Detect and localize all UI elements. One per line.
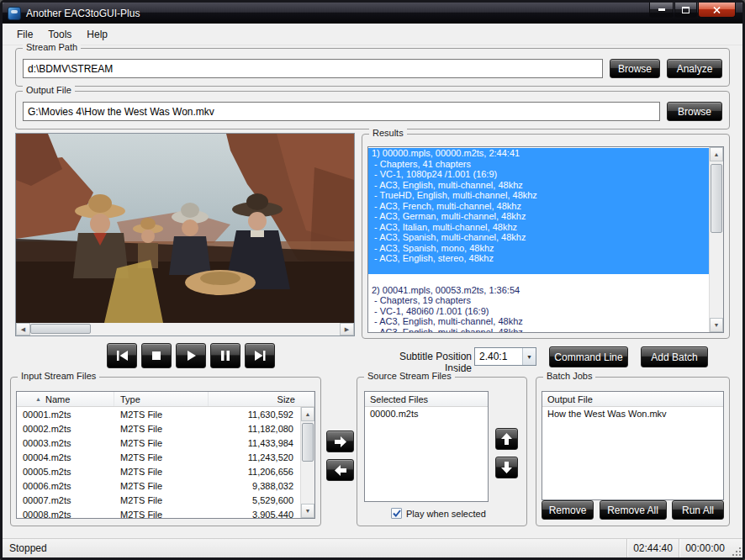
result-line[interactable]: - AC3, English, multi-channel, 48khz	[368, 327, 709, 334]
scroll-up-icon[interactable]: ▲	[710, 147, 723, 161]
menu-help[interactable]: Help	[79, 25, 115, 44]
result-line[interactable]: - AC3, English, stereo, 48khz	[368, 253, 709, 264]
menu-file[interactable]: File	[9, 25, 40, 44]
results-scrollbar[interactable]: ▲ ▼	[709, 147, 723, 332]
table-row[interactable]: 00003.m2tsM2TS File11,433,984	[17, 436, 300, 450]
remove-button[interactable]: Remove	[542, 500, 594, 520]
table-row[interactable]: 00002.m2tsM2TS File11,182,080	[17, 421, 300, 436]
play-when-selected-label: Play when selected	[406, 509, 486, 519]
resize-grip-icon[interactable]	[731, 539, 742, 557]
result-line[interactable]	[368, 264, 709, 275]
input-files-scroll-thumb[interactable]	[302, 423, 314, 462]
results-scroll-thumb[interactable]	[711, 164, 722, 233]
move-down-button[interactable]	[495, 457, 518, 478]
move-up-button[interactable]	[495, 428, 518, 450]
stream-path-group: Stream Path Browse Analyze	[15, 48, 730, 87]
stream-path-input[interactable]	[23, 59, 603, 78]
result-line[interactable]: 1) 00000.mpls, 00000.m2ts, 2:44:41	[368, 148, 709, 159]
menu-tools[interactable]: Tools	[40, 25, 79, 44]
scroll-down-icon[interactable]: ▼	[301, 504, 314, 518]
menu-bar: File Tools Help	[3, 24, 742, 45]
play-when-selected-checkbox[interactable]: Play when selected	[391, 508, 486, 519]
video-scrollbar[interactable]: ◀ ▶	[16, 323, 354, 335]
input-files-scrollbar[interactable]: ▲ ▼	[300, 407, 314, 518]
scroll-right-icon[interactable]: ▶	[340, 323, 354, 335]
result-line[interactable]: - TrueHD, English, multi-channel, 48khz	[368, 190, 709, 201]
batch-jobs-listbox[interactable]: Output File How the West Was Won.mkv	[542, 391, 724, 500]
table-row[interactable]: 00006.m2tsM2TS File9,388,032	[17, 478, 300, 493]
status-text: Stopped	[3, 542, 626, 554]
subtitle-position-select[interactable]: 2.40:1 ▼	[474, 347, 536, 366]
result-line[interactable]: - Chapters, 19 chapters	[368, 295, 709, 306]
selected-files-listbox[interactable]: Selected Files 00000.m2ts	[364, 391, 489, 502]
video-scroll-track[interactable]	[30, 323, 340, 335]
table-row[interactable]: 00005.m2tsM2TS File11,206,656	[17, 464, 300, 478]
arrow-up-icon	[499, 431, 514, 446]
title-bar[interactable]: Another EAC3toGUI-Plus	[3, 3, 742, 24]
status-bar: Stopped 02:44:40 00:00:00	[3, 538, 742, 557]
table-cell: M2TS File	[114, 493, 209, 507]
table-cell: 11,433,984	[209, 436, 300, 450]
result-line[interactable]: 2) 00041.mpls, 00053.m2ts, 1:36:54	[368, 285, 709, 296]
list-item[interactable]: How the West Was Won.mkv	[542, 407, 723, 420]
pause-button[interactable]	[210, 343, 240, 368]
command-line-button[interactable]: Command Line	[549, 346, 628, 367]
output-file-browse-button[interactable]: Browse	[667, 102, 722, 121]
result-line[interactable]: - VC-1, 480i60 /1.001 (16:9)	[368, 306, 709, 317]
result-line[interactable]: - Chapters, 41 chapters	[368, 159, 709, 170]
output-file-input[interactable]	[23, 102, 660, 121]
result-line[interactable]: - AC3, French, multi-channel, 48khz	[368, 201, 709, 212]
column-header-name[interactable]: ▲ Name	[17, 392, 114, 406]
video-scroll-thumb[interactable]	[30, 324, 91, 334]
total-time: 02:44:40	[626, 539, 679, 557]
stop-button[interactable]	[141, 343, 172, 368]
column-header-type[interactable]: Type	[114, 392, 209, 406]
selected-files-list: 00000.m2ts	[365, 407, 488, 420]
skip-start-button[interactable]	[107, 343, 137, 368]
table-cell: M2TS File	[114, 421, 209, 436]
table-cell: M2TS File	[114, 407, 209, 421]
table-cell: 00006.m2ts	[17, 478, 114, 493]
result-line[interactable]: - AC3, English, multi-channel, 48khz	[368, 180, 709, 191]
column-header-size[interactable]: Size	[209, 392, 314, 406]
list-item[interactable]: 00000.m2ts	[365, 407, 488, 420]
table-row[interactable]: 00001.m2tsM2TS File11,630,592	[17, 407, 300, 421]
table-cell: 11,206,656	[209, 464, 300, 478]
result-line[interactable]: - VC-1, 1080p24 /1.001 (16:9)	[368, 169, 709, 180]
skip-end-button[interactable]	[245, 343, 275, 368]
result-line[interactable]	[368, 274, 709, 285]
table-row[interactable]: 00004.m2tsM2TS File11,243,520	[17, 450, 300, 464]
table-cell: 5,529,600	[209, 493, 300, 507]
stream-path-browse-button[interactable]: Browse	[610, 59, 660, 78]
result-line[interactable]: - AC3, German, multi-channel, 48khz	[368, 211, 709, 222]
window-title: Another EAC3toGUI-Plus	[26, 8, 140, 19]
video-panel: ◀ ▶	[15, 133, 355, 336]
results-list: 1) 00000.mpls, 00000.m2ts, 2:44:41 - Cha…	[368, 148, 709, 333]
table-row[interactable]: 00007.m2tsM2TS File5,529,600	[17, 493, 300, 507]
maximize-icon	[682, 7, 690, 13]
play-button[interactable]	[176, 343, 206, 368]
add-batch-button[interactable]: Add Batch	[641, 346, 708, 367]
selected-files-header: Selected Files	[365, 392, 488, 407]
add-to-selected-button[interactable]	[326, 431, 354, 452]
result-line[interactable]: - AC3, English, multi-channel, 48khz	[368, 316, 709, 327]
result-line[interactable]: - AC3, Spanish, multi-channel, 48khz	[368, 232, 709, 243]
scroll-left-icon[interactable]: ◀	[16, 323, 30, 335]
result-line[interactable]: - AC3, Spanish, mono, 48khz	[368, 243, 709, 254]
scroll-down-icon[interactable]: ▼	[710, 318, 723, 332]
table-cell: 11,182,080	[209, 421, 300, 436]
result-line[interactable]: - AC3, Italian, multi-channel, 48khz	[368, 222, 709, 233]
close-button[interactable]	[698, 3, 736, 18]
remove-all-button[interactable]: Remove All	[600, 500, 667, 520]
table-cell: M2TS File	[114, 464, 209, 478]
minimize-button[interactable]	[649, 3, 674, 18]
results-listbox[interactable]: 1) 00000.mpls, 00000.m2ts, 2:44:41 - Cha…	[367, 146, 724, 333]
input-files-table[interactable]: ▲ Name Type Size 00001.m2tsM2TS File11,6…	[16, 391, 315, 519]
skip-end-icon	[252, 348, 267, 363]
table-row[interactable]: 00008.m2tsM2TS File3,905,440	[17, 507, 300, 518]
analyze-button[interactable]: Analyze	[667, 59, 722, 78]
scroll-up-icon[interactable]: ▲	[301, 407, 314, 421]
maximize-button[interactable]	[674, 3, 697, 18]
run-all-button[interactable]: Run All	[672, 500, 724, 520]
remove-from-selected-button[interactable]	[326, 459, 354, 481]
